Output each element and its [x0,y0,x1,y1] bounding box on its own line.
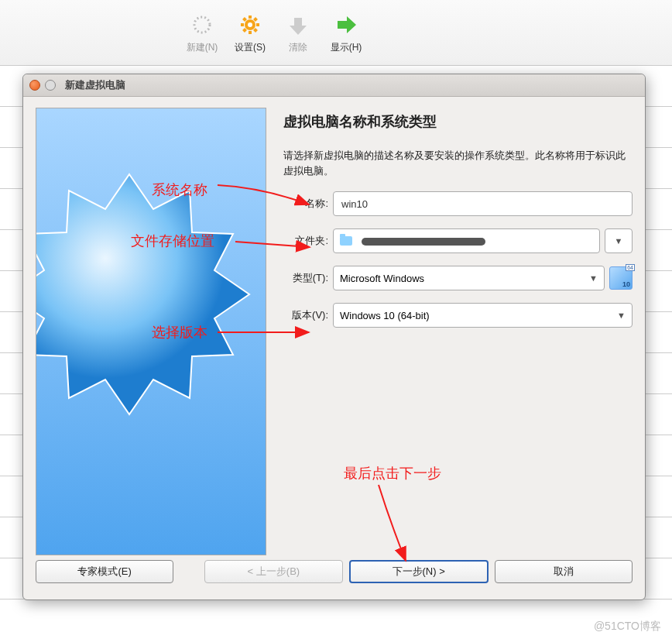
back-button: < 上一步(B) [204,560,342,583]
svg-point-2 [248,22,252,27]
toolbar-label: 新建(N) [187,41,218,54]
name-input[interactable] [333,191,633,216]
minimize-icon[interactable] [45,80,56,91]
right-arrow-icon [333,12,359,38]
annotation-next: 最后点击下一步 [344,464,441,483]
chevron-down-icon: ▼ [617,311,626,320]
svg-line-10 [255,18,257,20]
sun-icon [189,12,215,38]
toolbar-clear-button[interactable]: 清除 [274,12,322,54]
folder-dropdown-button[interactable]: ▼ [605,228,633,253]
toolbar-label: 显示(H) [331,41,362,54]
type-label: 类型(T): [283,271,328,285]
main-toolbar: 新建(N) 设置(S) 清除 显示(H) [0,0,672,66]
os-icon [609,266,633,290]
wizard-sidebar-image [36,108,266,555]
new-vm-dialog: 新建虚拟电脑 虚拟电脑名称和系统类型 请选择新虚拟电脑的描述名称及要安装的操作系… [22,74,646,600]
page-title: 虚拟电脑名称和系统类型 [283,112,633,131]
folder-select[interactable] [333,228,600,253]
svg-point-0 [194,17,210,33]
name-label: 名称: [283,197,328,211]
folder-label: 文件夹: [283,234,328,248]
version-label: 版本(V): [283,308,328,322]
version-select[interactable]: Windows 10 (64-bit)▼ [333,303,633,328]
toolbar-label: 设置(S) [235,41,266,54]
arrow-icon [371,483,417,569]
toolbar-new-button[interactable]: 新建(N) [178,12,226,54]
chevron-down-icon: ▼ [589,273,598,283]
toolbar-show-button[interactable]: 显示(H) [322,12,370,54]
cancel-button[interactable]: 取消 [495,560,633,583]
svg-line-7 [244,18,246,20]
toolbar-settings-button[interactable]: 设置(S) [226,12,274,54]
down-arrow-icon [285,12,311,38]
svg-line-8 [255,29,257,31]
type-select[interactable]: Microsoft Windows▼ [333,266,605,290]
gear-icon [237,12,263,38]
dialog-titlebar[interactable]: 新建虚拟电脑 [23,74,645,97]
dialog-title: 新建虚拟电脑 [65,78,125,92]
watermark: @51CTO博客 [594,620,661,634]
close-icon[interactable] [29,80,40,91]
svg-line-9 [244,29,246,31]
expert-mode-button[interactable]: 专家模式(E) [36,560,173,583]
next-button[interactable]: 下一步(N) > [349,560,489,583]
page-description: 请选择新虚拟电脑的描述名称及要安装的操作系统类型。此名称将用于标识此虚拟电脑。 [283,148,633,179]
folder-icon [340,236,352,246]
toolbar-label: 清除 [289,41,307,54]
